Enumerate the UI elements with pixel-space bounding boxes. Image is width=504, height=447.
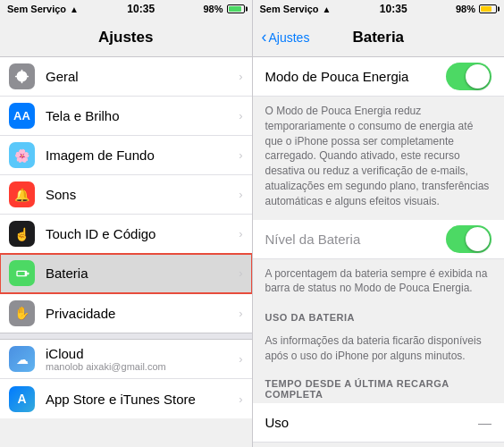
- tempo-header: TEMPO DESDE A ÚLTIMA RECARGA COMPLETA: [253, 373, 505, 403]
- uso-row-section: Uso —: [253, 403, 505, 443]
- uso-row[interactable]: Uso —: [253, 403, 505, 443]
- imagem-chevron: ›: [239, 148, 242, 162]
- sidebar-item-sons[interactable]: 🔔 Sons ›: [0, 175, 252, 215]
- bateria-label: Bateria: [46, 266, 235, 281]
- left-status-left: Sem Serviço ▲: [7, 4, 79, 14]
- sidebar-item-imagem[interactable]: 🌸 Imagem de Fundo ›: [0, 136, 252, 175]
- svg-rect-3: [17, 272, 24, 275]
- time-left: 10:35: [127, 3, 155, 15]
- modo-pouca-energia-section: Modo de Pouca Energia: [253, 57, 505, 97]
- uso-description: As informações da bateria ficarão dispon…: [253, 326, 505, 373]
- battery-pct-left: 98%: [203, 4, 223, 14]
- back-button[interactable]: ‹ Ajustes: [262, 30, 310, 45]
- uso-section: As informações da bateria ficarão dispon…: [253, 326, 505, 373]
- nivel-description: A porcentagem da bateria sempre é exibid…: [253, 259, 505, 308]
- toggle-knob: [466, 64, 490, 89]
- left-status-right: 98%: [203, 4, 244, 14]
- uso-row-label: Uso: [265, 415, 479, 430]
- section-divider-1: [0, 333, 252, 340]
- imagem-label: Imagem de Fundo: [46, 148, 235, 163]
- time-right: 10:35: [380, 3, 407, 15]
- back-label: Ajustes: [269, 30, 310, 45]
- nivel-label: Nível da Bateria: [265, 232, 447, 247]
- sons-chevron: ›: [239, 188, 242, 201]
- privacidade-chevron: ›: [239, 307, 242, 320]
- uso-section-header: USO DA BATERIA: [253, 307, 505, 326]
- sidebar-item-appstore[interactable]: A App Store e iTunes Store ›: [0, 379, 252, 418]
- battery-fill-right: [481, 6, 491, 12]
- geral-icon: [9, 63, 35, 89]
- imagem-text: Imagem de Fundo: [46, 148, 235, 163]
- icloud-chevron: ›: [239, 352, 242, 366]
- appstore-text: App Store e iTunes Store: [46, 392, 235, 407]
- sidebar-item-bateria[interactable]: Bateria ›: [0, 254, 252, 293]
- tela-text: Tela e Brilho: [46, 108, 235, 123]
- battery-pct-right: 98%: [456, 4, 475, 14]
- geral-text: Geral: [46, 69, 235, 84]
- imagem-icon: 🌸: [9, 142, 35, 168]
- modo-toggle[interactable]: [446, 63, 491, 90]
- sidebar-item-privacidade[interactable]: ✋ Privacidade ›: [0, 293, 252, 333]
- settings-list: Geral › AA Tela e Brilho › 🌸 Imagem de F…: [0, 57, 252, 447]
- sidebar-item-touch[interactable]: ☝ Touch ID e Código ›: [0, 215, 252, 254]
- icloud-text: iCloud manolob aixaki@gmail.com: [46, 346, 235, 372]
- settings-section-2: ☁ iCloud manolob aixaki@gmail.com › A Ap…: [0, 340, 252, 418]
- tela-label: Tela e Brilho: [46, 108, 235, 123]
- sons-text: Sons: [46, 187, 235, 202]
- right-content: Modo de Pouca Energia O Modo de Pouca En…: [253, 57, 505, 447]
- right-nav-header: ‹ Ajustes Bateria: [253, 18, 505, 57]
- privacidade-text: Privacidade: [46, 306, 235, 321]
- left-panel: Sem Serviço ▲ 10:35 98% Ajustes: [0, 0, 253, 447]
- touch-label: Touch ID e Código: [46, 226, 235, 241]
- sons-icon: 🔔: [9, 181, 35, 207]
- sons-label: Sons: [46, 187, 235, 202]
- nivel-toggle-row: Nível da Bateria: [253, 220, 505, 259]
- touch-text: Touch ID e Código: [46, 226, 235, 241]
- battery-icon-right: [479, 4, 497, 13]
- uso-row-value: —: [478, 415, 491, 430]
- modo-label: Modo de Pouca Energia: [265, 69, 447, 84]
- bateria-chevron: ›: [239, 266, 242, 280]
- modo-description: O Modo de Pouca Energia reduz temporaria…: [253, 97, 505, 220]
- right-status-right: 98%: [456, 4, 497, 14]
- touch-chevron: ›: [239, 227, 242, 240]
- right-panel: Sem Serviço ▲ 10:35 98% ‹ Ajustes Bateri…: [253, 0, 505, 447]
- left-nav-title: Ajustes: [98, 29, 153, 46]
- right-nav-title: Bateria: [352, 29, 404, 46]
- touch-icon: ☝: [9, 221, 35, 247]
- icloud-icon: ☁: [9, 346, 35, 372]
- back-chevron-icon: ‹: [262, 29, 267, 45]
- icloud-label: iCloud: [46, 346, 235, 361]
- right-status-left: Sem Serviço ▲: [260, 4, 332, 14]
- appstore-chevron: ›: [239, 392, 242, 406]
- geral-label: Geral: [46, 69, 235, 84]
- battery-fill-left: [229, 6, 241, 12]
- battery-icon-left: [227, 4, 245, 13]
- carrier-right: Sem Serviço: [260, 4, 319, 14]
- tela-icon: AA: [9, 103, 35, 129]
- modo-toggle-row: Modo de Pouca Energia: [253, 57, 505, 97]
- sidebar-item-tela[interactable]: AA Tela e Brilho ›: [0, 97, 252, 136]
- carrier-left: Sem Serviço: [7, 4, 66, 14]
- wifi-icon-left: ▲: [70, 4, 79, 14]
- appstore-icon: A: [9, 386, 35, 412]
- sidebar-item-geral[interactable]: Geral ›: [0, 57, 252, 97]
- nivel-toggle-knob: [466, 227, 490, 251]
- settings-section-1: Geral › AA Tela e Brilho › 🌸 Imagem de F…: [0, 57, 252, 333]
- bateria-icon: [9, 260, 35, 286]
- geral-chevron: ›: [239, 70, 242, 83]
- icloud-sublabel: manolob aixaki@gmail.com: [46, 361, 235, 372]
- svg-rect-2: [27, 272, 29, 274]
- bateria-text: Bateria: [46, 266, 235, 281]
- privacidade-label: Privacidade: [46, 306, 235, 321]
- sidebar-item-icloud[interactable]: ☁ iCloud manolob aixaki@gmail.com ›: [0, 340, 252, 379]
- tela-chevron: ›: [239, 109, 242, 122]
- right-status-bar: Sem Serviço ▲ 10:35 98%: [253, 0, 505, 18]
- wifi-icon-right: ▲: [323, 4, 332, 14]
- nivel-toggle[interactable]: [446, 225, 491, 253]
- appstore-label: App Store e iTunes Store: [46, 392, 235, 407]
- left-status-bar: Sem Serviço ▲ 10:35 98%: [0, 0, 252, 18]
- privacidade-icon: ✋: [9, 300, 35, 326]
- nivel-section: Nível da Bateria: [253, 220, 505, 259]
- left-nav-header: Ajustes: [0, 18, 252, 57]
